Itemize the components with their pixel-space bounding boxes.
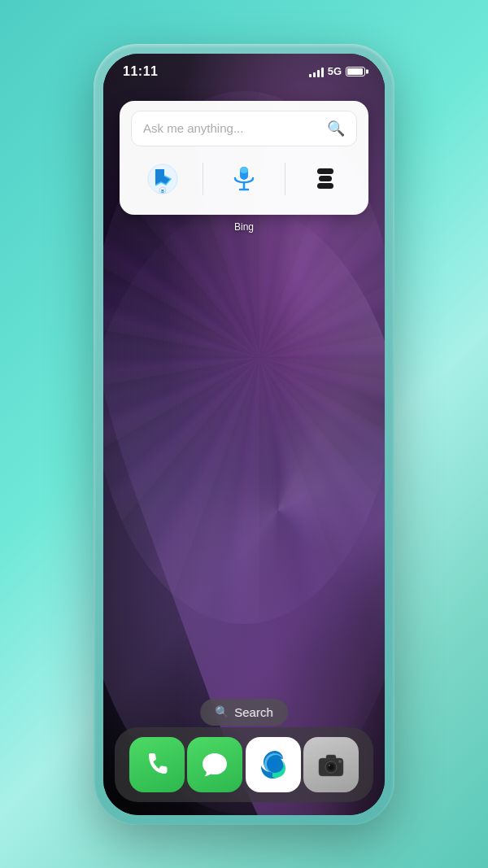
- phone-screen: 11:11 5G Ask me anything... 🔍: [103, 54, 385, 815]
- app-icon-camera[interactable]: [303, 737, 359, 792]
- microphone-button[interactable]: [221, 156, 267, 202]
- svg-point-15: [329, 765, 330, 766]
- search-placeholder-text: Ask me anything...: [143, 121, 319, 135]
- svg-rect-8: [319, 176, 332, 181]
- signal-bar-3: [317, 70, 320, 77]
- dock-search-button[interactable]: 🔍 Search: [200, 699, 288, 726]
- app-icon-phone[interactable]: [129, 737, 185, 792]
- signal-bar-4: [321, 68, 324, 77]
- edge-app-inner: [246, 737, 301, 792]
- battery-fill: [347, 68, 363, 75]
- svg-point-10: [267, 760, 278, 768]
- svg-rect-9: [317, 183, 333, 189]
- phone-app-inner: [129, 737, 185, 792]
- network-type: 5G: [328, 65, 342, 77]
- battery-icon: [346, 67, 365, 76]
- edge-app-icon: [255, 746, 292, 783]
- svg-rect-4: [240, 167, 248, 173]
- messages-app-inner: [187, 737, 242, 792]
- signal-bar-2: [313, 72, 316, 77]
- phone-frame: 11:11 5G Ask me anything... 🔍: [94, 44, 394, 825]
- bing-label: Bing: [234, 221, 254, 233]
- profile-button[interactable]: [303, 156, 348, 202]
- bing-widget: Ask me anything... 🔍: [120, 101, 368, 215]
- search-icon: 🔍: [327, 120, 345, 137]
- status-time: 11:11: [123, 64, 158, 79]
- svg-rect-7: [317, 168, 333, 174]
- app-icon-messages[interactable]: [187, 737, 242, 792]
- status-icons: 5G: [309, 65, 365, 77]
- signal-bars-icon: [309, 66, 324, 77]
- signal-bar-1: [309, 74, 312, 77]
- messages-app-icon: [198, 748, 232, 782]
- divider-1: [203, 163, 203, 195]
- camera-app-inner: [303, 737, 359, 792]
- svg-text:B: B: [161, 189, 164, 194]
- camera-app-icon: [315, 748, 347, 781]
- bing-button[interactable]: B: [140, 156, 185, 202]
- app-icon-edge[interactable]: [246, 737, 301, 792]
- widget-actions: B: [131, 155, 357, 203]
- dock-search-icon: 🔍: [215, 705, 229, 718]
- microphone-icon: [229, 164, 259, 194]
- profile-icon: [310, 164, 341, 194]
- phone-app-icon: [141, 748, 173, 781]
- status-bar: 11:11 5G: [103, 54, 385, 89]
- dock-search-label: Search: [234, 705, 273, 719]
- bing-logo-icon: B: [146, 163, 179, 195]
- app-dock: [115, 727, 373, 802]
- search-bar[interactable]: Ask me anything... 🔍: [131, 111, 357, 146]
- divider-2: [285, 163, 285, 195]
- svg-point-16: [338, 760, 342, 763]
